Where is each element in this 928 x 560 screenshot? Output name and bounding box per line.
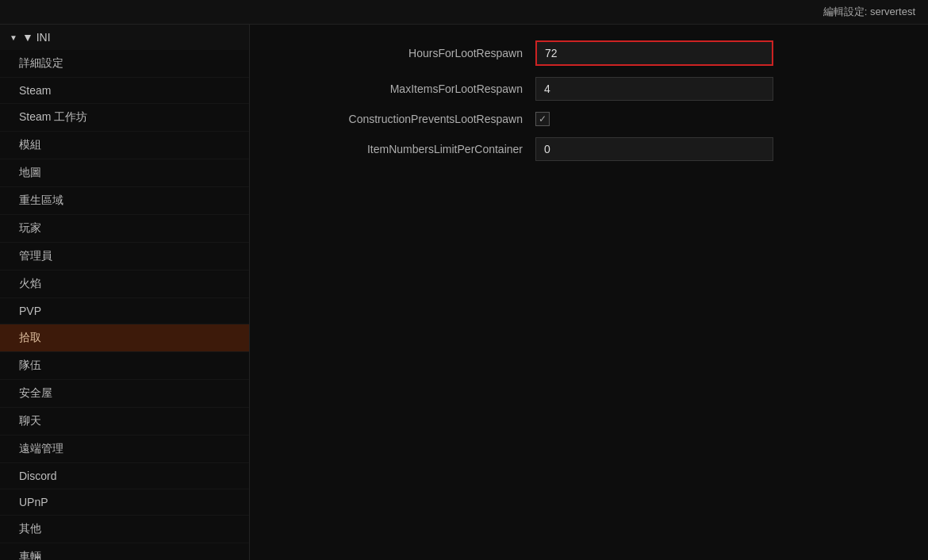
sidebar-item-1[interactable]: Steam [0,78,249,104]
sidebar-item-10[interactable]: 拾取 [0,324,249,352]
sidebar-item-5[interactable]: 重生區域 [0,187,249,215]
sidebar-item-13[interactable]: 聊天 [0,408,249,435]
sidebar-item-17[interactable]: 其他 [0,516,249,543]
form-row-2: ConstructionPreventsLootRespawn✓ [282,112,896,126]
sidebar-group-ini[interactable]: ▼ ▼ INI [0,25,249,50]
form-label-2: ConstructionPreventsLootRespawn [282,113,535,125]
page-title: 編輯設定: servertest [823,5,915,19]
sidebar-item-8[interactable]: 火焰 [0,270,249,298]
sidebar: ▼ ▼ INI 詳細設定SteamSteam 工作坊模組地圖重生區域玩家管理員火… [0,25,250,560]
form-input-3[interactable] [535,137,773,161]
sidebar-item-2[interactable]: Steam 工作坊 [0,104,249,132]
form-row-3: ItemNumbersLimitPerContainer [282,137,896,161]
sidebar-item-7[interactable]: 管理員 [0,243,249,270]
form-rows-container: HoursForLootRespawnMaxItemsForLootRespaw… [282,40,896,161]
sidebar-item-6[interactable]: 玩家 [0,215,249,243]
sidebar-item-14[interactable]: 遠端管理 [0,435,249,463]
content-panel: HoursForLootRespawnMaxItemsForLootRespaw… [250,25,928,560]
form-row-1: MaxItemsForLootRespawn [282,77,896,101]
sidebar-item-9[interactable]: PVP [0,298,249,324]
sidebar-item-12[interactable]: 安全屋 [0,380,249,408]
sidebar-item-15[interactable]: Discord [0,463,249,489]
sidebar-item-18[interactable]: 車輛 [0,543,249,560]
main-area: ▼ ▼ INI 詳細設定SteamSteam 工作坊模組地圖重生區域玩家管理員火… [0,25,928,560]
sidebar-item-4[interactable]: 地圖 [0,159,249,187]
sidebar-item-3[interactable]: 模組 [0,132,249,159]
form-checkbox-2[interactable]: ✓ [535,112,550,126]
sidebar-group-label: ▼ INI [22,31,51,44]
sidebar-items-container: 詳細設定SteamSteam 工作坊模組地圖重生區域玩家管理員火焰PVP拾取隊伍… [0,50,249,560]
sidebar-item-11[interactable]: 隊伍 [0,352,249,380]
form-label-3: ItemNumbersLimitPerContainer [282,143,535,155]
form-input-1[interactable] [535,77,773,101]
form-label-1: MaxItemsForLootRespawn [282,82,535,95]
sidebar-item-0[interactable]: 詳細設定 [0,50,249,78]
form-row-0: HoursForLootRespawn [282,40,896,66]
sidebar-item-16[interactable]: UPnP [0,489,249,516]
form-table: HoursForLootRespawnMaxItemsForLootRespaw… [282,40,896,161]
top-bar: 編輯設定: servertest [0,0,928,25]
form-label-0: HoursForLootRespawn [282,47,535,59]
chevron-down-icon: ▼ [10,33,17,42]
form-input-0[interactable] [535,40,773,66]
